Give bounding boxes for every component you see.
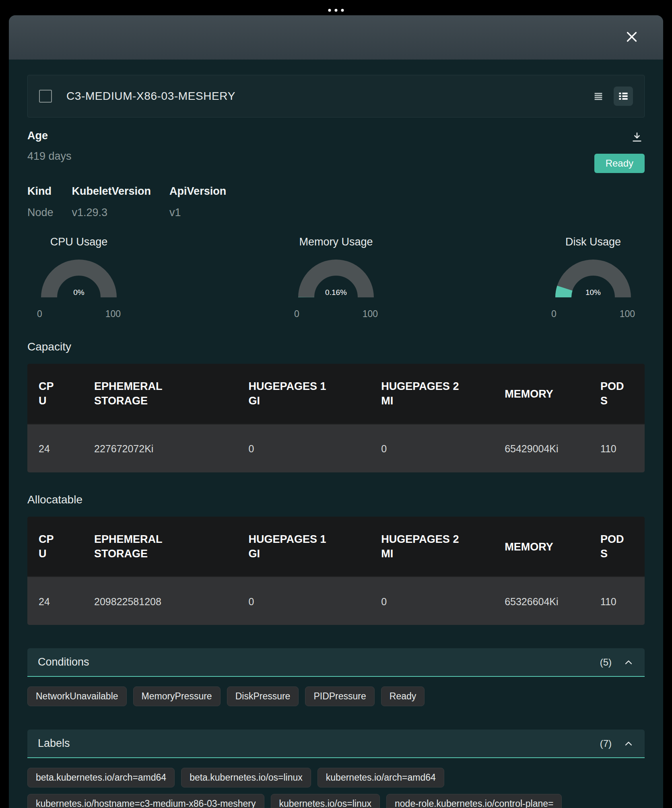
table-body: 24227672072Ki0065429004Ki110 [27, 424, 645, 472]
chip[interactable]: Ready [381, 686, 425, 706]
gauge-min: 0 [294, 309, 299, 319]
gauge-arc: 0.16% [288, 256, 384, 306]
conditions-count: (5) [600, 657, 612, 668]
close-icon [625, 30, 639, 44]
download-button[interactable] [629, 130, 645, 145]
gauge-max: 100 [363, 309, 378, 319]
table-cell: 0 [237, 424, 370, 472]
gauge-title: CPU Usage [50, 236, 108, 248]
column-header: HUGEPAGES 1 GI [237, 517, 370, 577]
table-head: CPUEPHEMERAL STORAGEHUGEPAGES 1 GIHUGEPA… [27, 517, 645, 577]
column-header: EPHEMERAL STORAGE [83, 364, 237, 424]
node-info-grid: Kind KubeletVersion ApiVersion Node v1.2… [27, 185, 645, 219]
kind-value: Node [27, 206, 54, 219]
column-header: HUGEPAGES 2 MI [370, 517, 493, 577]
kubelet-version-label: KubeletVersion [72, 185, 151, 198]
age-label: Age [27, 130, 72, 142]
kubelet-version-value: v1.29.3 [72, 206, 151, 219]
table-cell: 0 [370, 576, 493, 625]
cpu-usage-gauge: CPU Usage 0% 0 100 [31, 236, 127, 319]
column-header: MEMORY [493, 517, 589, 577]
table-cell: 227672072Ki [83, 424, 237, 472]
table-cell: 65429004Ki [493, 424, 589, 472]
table-row: 242098225812080065326604Ki110 [27, 576, 645, 625]
close-button[interactable] [623, 28, 641, 47]
age-value: 419 days [27, 150, 72, 163]
compact-view-button[interactable] [589, 87, 608, 106]
labels-title: Labels [38, 737, 600, 750]
allocatable-section-title: Allocatable [27, 493, 645, 506]
table-cell: 65326604Ki [493, 576, 589, 625]
memory-usage-gauge: Memory Usage 0.16% 0 100 [288, 236, 384, 319]
table-head: CPUEPHEMERAL STORAGEHUGEPAGES 1 GIHUGEPA… [27, 364, 645, 424]
gauge-scale: 0 100 [288, 309, 384, 319]
chip[interactable]: NetworkUnavailable [27, 686, 127, 706]
allocatable-table: CPUEPHEMERAL STORAGEHUGEPAGES 1 GIHUGEPA… [27, 517, 645, 625]
capacity-section-title: Capacity [27, 340, 645, 353]
capacity-table: CPUEPHEMERAL STORAGEHUGEPAGES 1 GIHUGEPA… [27, 364, 645, 472]
chevron-up-icon[interactable] [623, 738, 634, 749]
table-cell: 110 [589, 576, 645, 625]
chip[interactable]: DiskPressure [227, 686, 299, 706]
chip[interactable]: PIDPressure [305, 686, 374, 706]
chip[interactable]: beta.kubernetes.io/arch=amd64 [27, 768, 175, 787]
gauge-arc: 0% [31, 256, 127, 306]
node-details-modal: C3-MEDIUM-X86-03-MESHERY [9, 15, 663, 808]
column-header: PODS [589, 517, 645, 577]
labels-count: (7) [600, 738, 612, 749]
column-header: HUGEPAGES 2 MI [370, 364, 493, 424]
labels-section-header[interactable]: Labels (7) [27, 730, 645, 758]
kind-label: Kind [27, 185, 54, 198]
chip[interactable]: kubernetes.io/os=linux [271, 794, 380, 808]
gauge-scale: 0 100 [545, 309, 641, 319]
chip[interactable]: MemoryPressure [133, 686, 221, 706]
node-title: C3-MEDIUM-X86-03-MESHERY [66, 90, 235, 103]
modal-topbar [9, 15, 663, 60]
gauge-title: Memory Usage [299, 236, 373, 248]
column-header: CPU [27, 517, 83, 577]
table-cell: 209822581208 [83, 576, 237, 625]
disk-usage-gauge: Disk Usage 10% 0 100 [545, 236, 641, 319]
gauge-percent: 0% [73, 288, 85, 297]
chip[interactable]: kubernetes.io/hostname=c3-medium-x86-03-… [27, 794, 264, 808]
column-header: HUGEPAGES 1 GI [237, 364, 370, 424]
chip[interactable]: node-role.kubernetes.io/control-plane= [386, 794, 562, 808]
gauge-max: 100 [620, 309, 635, 319]
more-options-dots-icon[interactable] [328, 9, 344, 12]
chip[interactable]: beta.kubernetes.io/os=linux [181, 768, 311, 787]
conditions-title: Conditions [38, 656, 600, 668]
conditions-chips: NetworkUnavailableMemoryPressureDiskPres… [27, 686, 645, 706]
table-header-row: CPUEPHEMERAL STORAGEHUGEPAGES 1 GIHUGEPA… [27, 364, 645, 424]
gauge-min: 0 [37, 309, 42, 319]
node-card-header: C3-MEDIUM-X86-03-MESHERY [27, 75, 645, 117]
table-header-row: CPUEPHEMERAL STORAGEHUGEPAGES 1 GIHUGEPA… [27, 517, 645, 577]
usage-gauges: CPU Usage 0% 0 100 Memory Usage 0.16% [27, 236, 645, 319]
list-view-button[interactable] [614, 87, 633, 106]
select-node-checkbox[interactable] [39, 90, 52, 103]
table-cell: 24 [27, 424, 83, 472]
gauge-scale: 0 100 [31, 309, 127, 319]
api-version-value: v1 [169, 206, 226, 219]
allocatable-table-wrap: CPUEPHEMERAL STORAGEHUGEPAGES 1 GIHUGEPA… [27, 517, 645, 625]
table-cell: 0 [237, 576, 370, 625]
conditions-section-header[interactable]: Conditions (5) [27, 648, 645, 677]
table-cell: 0 [370, 424, 493, 472]
gauge-min: 0 [551, 309, 557, 319]
gauge-percent: 0.16% [325, 288, 347, 297]
column-header: PODS [589, 364, 645, 424]
chip[interactable]: kubernetes.io/arch=amd64 [317, 768, 444, 787]
chevron-up-icon[interactable] [623, 657, 634, 668]
gauge-max: 100 [105, 309, 121, 319]
table-cell: 110 [589, 424, 645, 472]
modal-content: C3-MEDIUM-X86-03-MESHERY [9, 75, 663, 808]
list-view-icon [617, 90, 629, 102]
meta-row: Age 419 days Ready [27, 130, 645, 173]
compact-view-icon [593, 91, 604, 102]
table-row: 24227672072Ki0065429004Ki110 [27, 424, 645, 472]
gauge-arc: 10% [545, 256, 641, 306]
meta-right: Ready [594, 130, 645, 173]
status-badge: Ready [594, 154, 645, 173]
download-icon [631, 131, 643, 143]
capacity-table-wrap: CPUEPHEMERAL STORAGEHUGEPAGES 1 GIHUGEPA… [27, 364, 645, 472]
view-toggle [589, 87, 633, 106]
